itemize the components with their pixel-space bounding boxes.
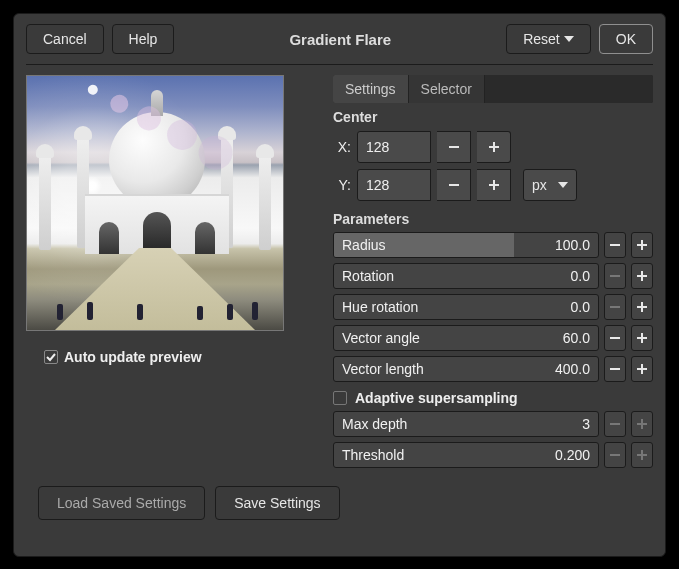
minus-icon [609,301,621,313]
plus-icon [636,449,648,461]
plus-icon [488,179,500,191]
vector-angle-value: 60.0 [563,330,598,346]
svg-rect-3 [449,184,459,186]
rotation-value: 0.0 [571,268,598,284]
threshold-decrement [604,442,626,468]
threshold-label: Threshold [334,447,404,463]
plus-icon [636,270,648,282]
minus-icon [609,449,621,461]
tab-settings[interactable]: Settings [333,75,409,103]
svg-rect-12 [610,306,620,308]
vector-length-increment[interactable] [631,356,653,382]
x-input[interactable]: 128 [357,131,431,163]
threshold-increment [631,442,653,468]
minus-icon [609,239,621,251]
minus-icon [448,179,460,191]
center-heading: Center [333,109,653,125]
plus-icon [636,301,648,313]
vector-length-value: 400.0 [555,361,598,377]
x-decrement[interactable] [437,131,471,163]
hue-rotation-label: Hue rotation [334,299,418,315]
left-pane: Auto update preview [26,75,321,468]
chevron-down-icon [564,36,574,42]
y-label: Y: [333,177,351,193]
adaptive-supersampling-checkbox[interactable] [333,391,347,405]
check-icon [46,352,56,362]
minus-icon [609,418,621,430]
rotation-slider[interactable]: Rotation 0.0 [333,263,599,289]
load-saved-settings-button[interactable]: Load Saved Settings [38,486,205,520]
radius-increment[interactable] [631,232,653,258]
max-depth-value: 3 [582,416,598,432]
preview-image [26,75,284,331]
x-increment[interactable] [477,131,511,163]
hue-rotation-increment[interactable] [631,294,653,320]
footer: Load Saved Settings Save Settings [14,486,665,534]
svg-rect-14 [641,302,643,312]
svg-rect-6 [610,244,620,246]
save-settings-button[interactable]: Save Settings [215,486,339,520]
right-pane: Settings Selector Center X: 128 Y: 128 p… [333,75,653,468]
parameters-heading: Parameters [333,211,653,227]
auto-update-preview-label: Auto update preview [64,349,202,365]
svg-rect-9 [610,275,620,277]
titlebar: Cancel Help Gradient Flare Reset OK [14,14,665,58]
reset-button-label: Reset [523,31,560,47]
svg-rect-5 [493,180,495,190]
unit-label: px [532,177,547,193]
help-button[interactable]: Help [112,24,175,54]
minus-icon [609,363,621,375]
reset-button[interactable]: Reset [506,24,591,54]
vector-length-decrement[interactable] [604,356,626,382]
plus-icon [636,239,648,251]
radius-decrement[interactable] [604,232,626,258]
threshold-slider[interactable]: Threshold 0.200 [333,442,599,468]
svg-rect-15 [610,337,620,339]
max-depth-decrement [604,411,626,437]
tabs: Settings Selector [333,75,653,103]
x-label: X: [333,139,351,155]
svg-rect-26 [641,450,643,460]
unit-select[interactable]: px [523,169,577,201]
hue-rotation-decrement[interactable] [604,294,626,320]
svg-rect-2 [493,142,495,152]
auto-update-preview-checkbox[interactable] [44,350,58,364]
svg-rect-17 [641,333,643,343]
svg-rect-18 [610,368,620,370]
dialog-title: Gradient Flare [174,31,506,48]
chevron-down-icon [558,182,568,188]
max-depth-increment [631,411,653,437]
radius-value: 100.0 [555,237,598,253]
rotation-increment[interactable] [631,263,653,289]
hue-rotation-slider[interactable]: Hue rotation 0.0 [333,294,599,320]
max-depth-slider[interactable]: Max depth 3 [333,411,599,437]
radius-slider[interactable]: Radius 100.0 [333,232,599,258]
svg-rect-0 [449,146,459,148]
ok-button[interactable]: OK [599,24,653,54]
radius-label: Radius [334,237,386,253]
plus-icon [636,332,648,344]
svg-rect-20 [641,364,643,374]
y-increment[interactable] [477,169,511,201]
tab-selector[interactable]: Selector [409,75,485,103]
vector-length-slider[interactable]: Vector length 400.0 [333,356,599,382]
svg-rect-8 [641,240,643,250]
plus-icon [636,363,648,375]
vector-angle-decrement[interactable] [604,325,626,351]
max-depth-label: Max depth [334,416,407,432]
plus-icon [488,141,500,153]
minus-icon [609,332,621,344]
cancel-button[interactable]: Cancel [26,24,104,54]
rotation-decrement[interactable] [604,263,626,289]
y-decrement[interactable] [437,169,471,201]
y-input[interactable]: 128 [357,169,431,201]
vector-angle-slider[interactable]: Vector angle 60.0 [333,325,599,351]
svg-rect-21 [610,423,620,425]
plus-icon [636,418,648,430]
gradient-flare-dialog: Cancel Help Gradient Flare Reset OK [13,13,666,557]
vector-angle-increment[interactable] [631,325,653,351]
svg-rect-23 [641,419,643,429]
rotation-label: Rotation [334,268,394,284]
threshold-value: 0.200 [555,447,598,463]
svg-rect-11 [641,271,643,281]
